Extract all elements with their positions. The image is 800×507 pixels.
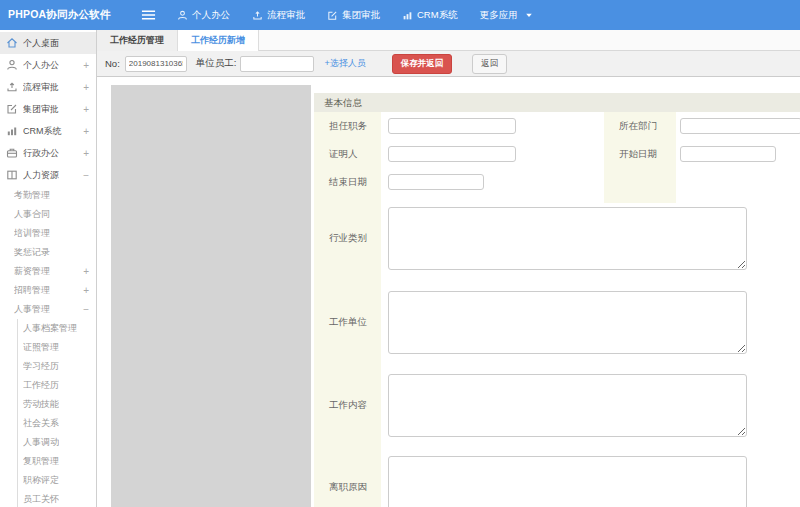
end-date-input[interactable] [388,174,484,190]
topnav-personal-office[interactable]: 个人办公 [166,0,241,30]
sidebar-item-label: 人力资源 [23,169,59,182]
app-logo: PHPOA协同办公软件 [0,8,130,22]
expand-toggle-icon[interactable]: − [83,304,89,315]
expand-toggle-icon[interactable]: + [83,82,89,93]
expand-toggle-icon[interactable]: + [83,126,89,137]
sidebar-item-label: 人事档案管理 [23,322,77,335]
app-window: PHPOA协同办公软件 个人办公 流程审批 集团审批 [0,0,800,507]
caret-down-icon [525,11,533,19]
sidebar: 个人桌面 个人办公 + 流程审批 + 集团审批 + CRM系统 [0,30,97,507]
chart-icon [6,125,18,137]
sidebar-item[interactable]: 考勤管理 [0,186,96,205]
topnav-label: 个人办公 [192,9,230,22]
label-column-left [314,112,381,507]
sidebar-item[interactable]: 流程审批 + [0,76,96,98]
expand-toggle-icon[interactable]: + [83,60,89,71]
sidebar-item[interactable]: 招聘管理 + [0,281,96,300]
sidebar-item-label: 学习经历 [23,360,59,373]
form-panel: 基本信息 担任职务 所在部门 证明人 开始日期 [311,85,800,507]
sidebar-item-label: 社会关系 [23,417,59,430]
flow-icon [252,10,263,21]
sidebar-item[interactable]: 员工关怀 [17,490,96,507]
no-input[interactable] [125,56,187,72]
menu-toggle-icon[interactable] [136,0,160,30]
sidebar-item[interactable]: 社会关系 [17,414,96,433]
tab-bar: 工作经历管理 工作经历新增 [97,30,800,51]
topnav-label: CRM系统 [417,9,458,22]
leave-reason-textarea[interactable] [388,456,747,507]
sidebar-item[interactable]: 个人办公 + [0,54,96,76]
tab-work-history-new[interactable]: 工作经历新增 [178,30,259,51]
sidebar-item[interactable]: 证照管理 [17,338,96,357]
topnav-crm[interactable]: CRM系统 [391,0,469,30]
sidebar-item-label: 人事调动 [23,436,59,449]
user-icon [6,59,18,71]
sidebar-item-label: 证照管理 [23,341,59,354]
end-date-label: 结束日期 [329,176,367,189]
start-date-input[interactable] [680,146,776,162]
edit-icon [6,103,18,115]
page-background: 基本信息 担任职务 所在部门 证明人 开始日期 [111,85,800,507]
employee-label: 单位员工: [196,57,237,70]
sidebar-item-label: 劳动技能 [23,398,59,411]
expand-toggle-icon[interactable]: + [83,266,89,277]
sidebar-item[interactable]: 人事档案管理 [17,319,96,338]
employee-input[interactable] [240,56,314,72]
save-and-return-button[interactable]: 保存并返回 [392,54,453,74]
sidebar-item[interactable]: 劳动技能 [17,395,96,414]
expand-toggle-icon[interactable]: − [83,170,89,181]
sidebar-item[interactable]: 奖惩记录 [0,243,96,262]
back-button[interactable]: 返回 [472,54,507,74]
position-label: 担任职务 [329,120,367,133]
select-person-link[interactable]: +选择人员 [324,57,365,70]
sidebar-item[interactable]: 工作经历 [17,376,96,395]
sidebar-item[interactable]: 个人桌面 [0,32,96,54]
topnav-more-apps[interactable]: 更多应用 [469,0,544,30]
sidebar-item[interactable]: 学习经历 [17,357,96,376]
sidebar-item-label: 培训管理 [14,227,50,240]
company-textarea[interactable] [388,291,747,354]
sidebar-item[interactable]: 培训管理 [0,224,96,243]
briefcase-icon [6,147,18,159]
leave-reason-label: 离职原因 [329,481,367,494]
sidebar-item[interactable]: CRM系统 + [0,120,96,142]
sidebar-item-label: 薪资管理 [14,265,50,278]
topbar: PHPOA协同办公软件 个人办公 流程审批 集团审批 [0,0,800,30]
sidebar-item[interactable]: 人力资源 − [0,164,96,186]
sidebar-item-label: 工作经历 [23,379,59,392]
sidebar-item-label: 人事合同 [14,208,50,221]
company-label: 工作单位 [329,316,367,329]
sidebar-item[interactable]: 薪资管理 + [0,262,96,281]
tab-work-history-manage[interactable]: 工作经历管理 [97,30,178,51]
sidebar-item-label: 流程审批 [23,81,59,94]
certifier-input[interactable] [388,146,516,162]
sidebar-item-label: CRM系统 [23,125,62,138]
department-input[interactable] [680,118,800,134]
sidebar-item-label: 复职管理 [23,455,59,468]
home-icon [6,37,18,49]
sidebar-item-label: 集团审批 [23,103,59,116]
certifier-label: 证明人 [329,148,358,161]
sidebar-item-label: 职称评定 [23,474,59,487]
expand-toggle-icon[interactable]: + [83,285,89,296]
topnav-group-approval[interactable]: 集团审批 [316,0,391,30]
position-input[interactable] [388,118,516,134]
sidebar-item[interactable]: 职称评定 [17,471,96,490]
sidebar-item-label: 个人办公 [23,59,59,72]
work-content-textarea[interactable] [388,374,747,437]
sidebar-item[interactable]: 人事管理 − [0,300,96,319]
expand-toggle-icon[interactable]: + [83,104,89,115]
content-area: 基本信息 担任职务 所在部门 证明人 开始日期 [97,77,800,507]
topnav-flow-approval[interactable]: 流程审批 [241,0,316,30]
edit-icon [327,10,338,21]
sidebar-item[interactable]: 人事合同 [0,205,96,224]
sidebar-item[interactable]: 复职管理 [17,452,96,471]
sidebar-item-label: 招聘管理 [14,284,50,297]
sidebar-item[interactable]: 集团审批 + [0,98,96,120]
expand-toggle-icon[interactable]: + [83,148,89,159]
sidebar-item[interactable]: 人事调动 [17,433,96,452]
sidebar-item[interactable]: 行政办公 + [0,142,96,164]
top-navigation: 个人办公 流程审批 集团审批 CRM系统 更多应用 [166,0,544,30]
industry-textarea[interactable] [388,207,747,270]
work-content-label: 工作内容 [329,399,367,412]
